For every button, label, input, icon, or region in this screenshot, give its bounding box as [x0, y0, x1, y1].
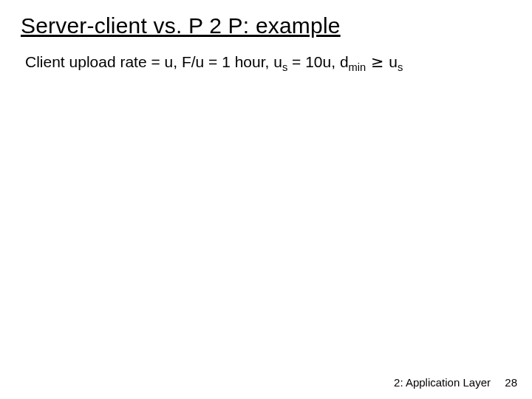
text-mid1: = 10u, d	[287, 53, 348, 70]
footer-page-number: 28	[505, 376, 517, 389]
slide-title: Server-client vs. P 2 P: example	[21, 13, 341, 38]
subscript-s-2: s	[398, 61, 403, 73]
assumptions-line: Client upload rate = u, F/u = 1 hour, us…	[25, 53, 403, 71]
text-prefix: Client upload rate = u, F/u = 1 hour, u	[25, 53, 282, 70]
text-u2: u	[389, 53, 398, 70]
subscript-min: min	[349, 61, 366, 73]
geq-symbol: ≥	[366, 53, 389, 71]
slide: Server-client vs. P 2 P: example Client …	[0, 0, 532, 399]
footer-chapter-label: 2: Application Layer	[394, 376, 491, 389]
